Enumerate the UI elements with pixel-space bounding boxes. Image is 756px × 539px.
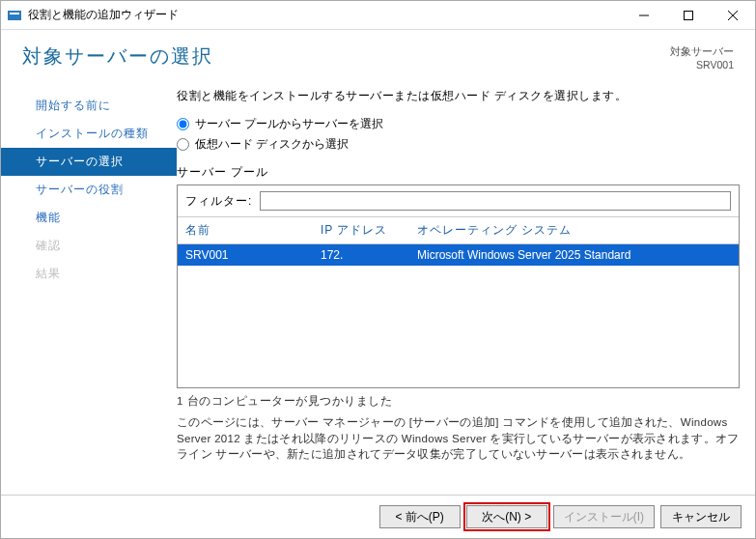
col-header-name[interactable]: 名前 (185, 222, 321, 239)
target-label: 対象サーバー (670, 45, 734, 59)
window-controls (622, 2, 755, 29)
filter-row: フィルター: (178, 185, 739, 217)
instruction-text: 役割と機能をインストールするサーバーまたは仮想ハード ディスクを選択します。 (177, 88, 740, 104)
sidebar-item-before-begin[interactable]: 開始する前に (1, 92, 177, 120)
main-panel: 役割と機能をインストールするサーバーまたは仮想ハード ディスクを選択します。 サ… (177, 88, 740, 495)
window-title: 役割と機能の追加ウィザード (28, 7, 622, 23)
found-count: 1 台のコンピューターが見つかりました (177, 394, 740, 409)
col-header-os[interactable]: オペレーティング システム (417, 222, 731, 239)
sidebar-item-confirm: 確認 (1, 232, 177, 260)
radio-vhd[interactable]: 仮想ハード ディスクから選択 (177, 136, 740, 153)
table-header: 名前 IP アドレス オペレーティング システム (178, 217, 739, 244)
radio-server-pool[interactable]: サーバー プールからサーバーを選択 (177, 116, 740, 132)
svg-rect-1 (10, 13, 19, 14)
sidebar: 開始する前に インストールの種類 サーバーの選択 サーバーの役割 機能 確認 結… (1, 88, 177, 495)
radio-vhd-label: 仮想ハード ディスクから選択 (195, 136, 349, 153)
radio-server-pool-label: サーバー プールからサーバーを選択 (195, 116, 383, 132)
header: 対象サーバーの選択 対象サーバー SRV001 (1, 30, 755, 71)
filter-label: フィルター: (185, 193, 252, 210)
titlebar: 役割と機能の追加ウィザード (1, 1, 755, 30)
app-icon (7, 8, 22, 23)
target-info: 対象サーバー SRV001 (670, 43, 734, 71)
close-button[interactable] (711, 2, 755, 29)
radio-server-pool-input[interactable] (177, 118, 189, 130)
cancel-button[interactable]: キャンセル (660, 505, 742, 528)
sidebar-item-server-selection[interactable]: サーバーの選択 (1, 148, 177, 176)
cell-os: Microsoft Windows Server 2025 Standard (417, 248, 731, 262)
col-header-ip[interactable]: IP アドレス (321, 222, 417, 239)
minimize-button[interactable] (622, 2, 666, 29)
sidebar-item-install-type[interactable]: インストールの種類 (1, 120, 177, 148)
radio-vhd-input[interactable] (177, 138, 189, 151)
target-server-name: SRV001 (670, 59, 734, 71)
sidebar-item-features[interactable]: 機能 (1, 204, 177, 232)
sidebar-item-results: 結果 (1, 260, 177, 288)
cell-ip: 172. (321, 248, 417, 262)
install-button: インストール(I) (553, 505, 655, 528)
server-pool-label: サーバー プール (177, 164, 740, 181)
svg-rect-3 (685, 11, 693, 19)
svg-rect-0 (8, 11, 21, 20)
body: 開始する前に インストールの種類 サーバーの選択 サーバーの役割 機能 確認 結… (1, 71, 755, 495)
server-pool-box: フィルター: 名前 IP アドレス オペレーティング システム SRV001 1… (177, 184, 740, 388)
footer: < 前へ(P) 次へ(N) > インストール(I) キャンセル (1, 495, 755, 538)
description-text: このページには、サーバー マネージャーの [サーバーの追加] コマンドを使用して… (177, 414, 740, 463)
page-title: 対象サーバーの選択 (22, 43, 670, 70)
cell-name: SRV001 (185, 248, 321, 262)
sidebar-item-server-roles[interactable]: サーバーの役割 (1, 176, 177, 204)
prev-button[interactable]: < 前へ(P) (379, 505, 461, 528)
maximize-button[interactable] (666, 2, 711, 29)
filter-input[interactable] (260, 191, 731, 211)
table-row[interactable]: SRV001 172. Microsoft Windows Server 202… (178, 244, 739, 266)
next-button[interactable]: 次へ(N) > (466, 505, 547, 528)
